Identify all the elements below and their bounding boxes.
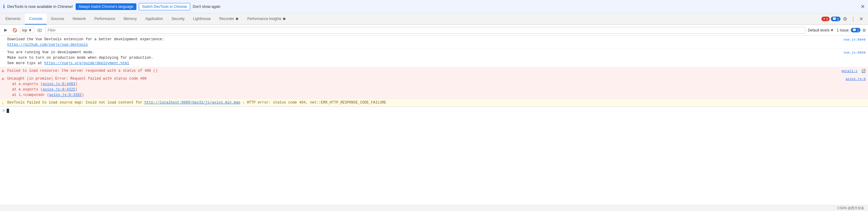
console-settings-button[interactable]: ⚙ — [862, 28, 866, 33]
levels-dropdown-icon: ▼ — [830, 28, 834, 32]
eye-icon — [37, 28, 42, 32]
console-row-2: You are running Vue in development mode.… — [0, 49, 868, 67]
console-row-3-source[interactable]: getall:1 🔄 — [841, 68, 866, 74]
tab-recorder[interactable]: Recorder ⏺ — [215, 13, 243, 25]
console-output: Download the Vue Devtools extension for … — [0, 36, 868, 205]
match-language-button[interactable]: Always match Chrome's language — [75, 3, 136, 10]
vue-devtools-link[interactable]: https://github.com/vuejs/vue-devtools — [7, 43, 88, 47]
tab-console[interactable]: Console — [25, 13, 46, 25]
toolbar-right: Default levels ▼ 1 Issue: 💬 1 ⚙ — [807, 28, 866, 33]
clear-console-button[interactable] — [11, 27, 19, 33]
context-dropdown-icon: ▼ — [28, 28, 32, 32]
tab-network[interactable]: Network — [68, 13, 90, 25]
axios-link-2[interactable]: axios.js:8:4325 — [43, 88, 75, 92]
input-cursor — [7, 109, 9, 113]
execute-icon — [4, 28, 8, 32]
tab-application[interactable]: Application — [141, 13, 167, 25]
input-prompt: > — [2, 109, 5, 113]
eye-button[interactable] — [35, 28, 44, 33]
issue-count: 💬 1 — [851, 28, 861, 32]
tab-performance-insights[interactable]: Performance insights ⏺ — [243, 13, 290, 25]
execute-context-button[interactable] — [2, 27, 10, 33]
tab-performance[interactable]: Performance — [90, 13, 120, 25]
axios-source-link[interactable]: axios.js:8 — [846, 77, 866, 81]
tab-security[interactable]: Security — [167, 13, 189, 25]
default-levels-button[interactable]: Default levels ▼ — [807, 28, 835, 33]
info-bar: ℹ DevTools is now available in Chinese! … — [0, 0, 868, 13]
close-devtools-button[interactable]: ✕ — [858, 15, 864, 23]
console-row-3-content: Failed to load resource: the server resp… — [7, 68, 838, 73]
issue-badge[interactable]: 1 Issue: 💬 1 — [837, 28, 861, 32]
console-row-2-source[interactable]: vue.js:9058 — [843, 50, 866, 55]
axios-map-link[interactable]: http://localhost:8080/day31/js/axios.min… — [145, 100, 241, 105]
console-row-1-source[interactable]: vue.js:9049 — [843, 37, 866, 42]
console-input-row[interactable]: > — [0, 107, 868, 115]
info-bar-text: DevTools is now available in Chinese! — [7, 4, 73, 9]
getall-link[interactable]: getall:1 — [841, 69, 858, 73]
axios-link-1[interactable]: axios.js:8:4483 — [43, 82, 75, 86]
console-row-1: Download the Vue Devtools extension for … — [0, 36, 868, 49]
error-badge[interactable]: ✕ 2 — [822, 17, 830, 21]
tab-memory[interactable]: Memory — [120, 13, 141, 25]
issue-label: 1 Issue: — [837, 28, 849, 32]
console-row-4-source[interactable]: axios.js:8 — [846, 76, 866, 82]
info-bar-close-button[interactable]: ✕ — [861, 3, 865, 10]
axios-link-3[interactable]: axios.js:8:3282 — [49, 93, 82, 97]
tab-sources[interactable]: Sources — [46, 13, 68, 25]
tab-bar-right: ✕ 2 💬 1 ⚙ ⋮ ✕ — [822, 15, 867, 23]
context-selector[interactable]: top ▼ — [20, 27, 34, 33]
svg-marker-0 — [4, 29, 7, 32]
warning-badge[interactable]: 💬 1 — [831, 17, 840, 21]
console-row-5-content: DevTools failed to load source map: Coul… — [7, 100, 866, 106]
filter-input[interactable] — [45, 27, 805, 34]
context-label: top — [22, 28, 27, 32]
more-options-button[interactable]: ⋮ — [849, 15, 857, 23]
error-icon-3: ⊘ — [2, 68, 4, 74]
default-levels-label: Default levels — [808, 28, 830, 32]
console-row-4: ⊘ Uncaught (in promise) Error: Request f… — [0, 75, 868, 99]
info-icon: ℹ — [3, 4, 5, 9]
svg-point-4 — [39, 30, 40, 31]
switch-chinese-button[interactable]: Switch DevTools to Chinese — [139, 3, 190, 10]
clear-icon — [13, 28, 17, 32]
console-row-5: ⚠ DevTools failed to load source map: Co… — [0, 99, 868, 107]
tab-elements[interactable]: Elements — [1, 13, 25, 25]
warning-icon-5: ⚠ — [2, 100, 4, 106]
tab-bar: Elements Console Sources Network Perform… — [0, 13, 868, 25]
tab-lighthouse[interactable]: Lighthouse — [189, 13, 215, 25]
console-row-2-content: You are running Vue in development mode.… — [7, 50, 840, 66]
footer: CSDN @西方别名 — [0, 205, 868, 211]
footer-text: CSDN @西方别名 — [837, 206, 864, 210]
svg-line-2 — [13, 29, 16, 32]
vue-deployment-link[interactable]: https://vuejs.org/guide/deployment.html — [44, 61, 129, 65]
console-toolbar: top ▼ Default levels ▼ 1 Issue: 💬 1 — [0, 25, 868, 36]
console-row-4-content: Uncaught (in promise) Error: Request fai… — [7, 76, 842, 98]
console-row-1-content: Download the Vue Devtools extension for … — [7, 37, 840, 48]
dont-show-button[interactable]: Don't show again — [193, 4, 220, 9]
error-icon-4: ⊘ — [2, 76, 4, 82]
console-row-3: ⊘ Failed to load resource: the server re… — [0, 67, 868, 75]
settings-button[interactable]: ⚙ — [842, 15, 848, 23]
